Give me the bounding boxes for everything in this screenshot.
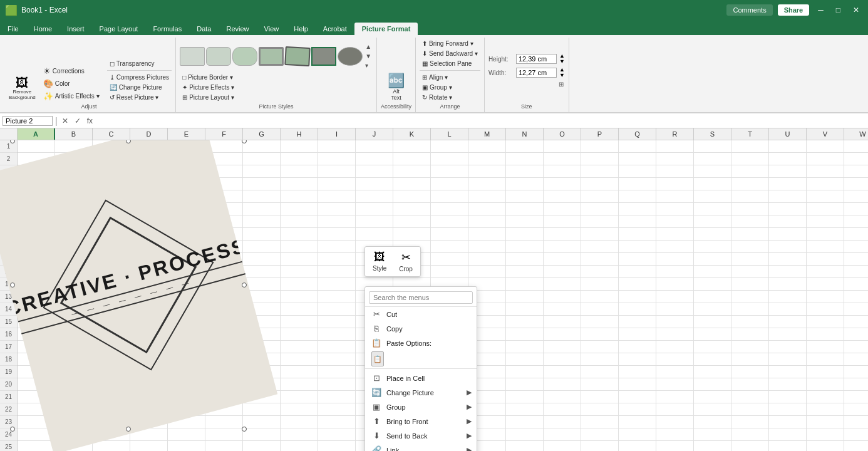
cell-H9[interactable]	[281, 241, 318, 253]
cell-R18[interactable]	[656, 353, 694, 366]
cell-J7[interactable]	[356, 215, 393, 228]
tab-file[interactable]: File	[0, 23, 26, 35]
cell-N8[interactable]	[506, 228, 544, 241]
cell-V23[interactable]	[807, 416, 844, 428]
cell-T6[interactable]	[731, 203, 769, 215]
cell-G9[interactable]	[243, 241, 281, 253]
cell-G1[interactable]	[243, 140, 281, 153]
cell-S24[interactable]	[694, 428, 731, 441]
cell-P3[interactable]	[581, 165, 619, 178]
cell-H14[interactable]	[281, 303, 318, 316]
cell-W9[interactable]	[844, 241, 868, 253]
cell-F25[interactable]	[205, 441, 243, 451]
cell-M8[interactable]	[468, 228, 506, 241]
cancel-formula-icon[interactable]: ✕	[60, 117, 70, 125]
cell-G4[interactable]	[243, 178, 281, 190]
cell-T23[interactable]	[731, 416, 769, 428]
context-group[interactable]: ▣ Group ▶	[365, 400, 477, 414]
cell-N25[interactable]	[506, 441, 544, 451]
cell-Q25[interactable]	[619, 441, 656, 451]
bring-forward-button[interactable]: ⬆ Bring Forward ▾	[420, 39, 480, 48]
group-button[interactable]: ▣ Group ▾	[420, 83, 480, 92]
picture-layout-button[interactable]: ⊞ Picture Layout ▾	[180, 93, 373, 102]
cell-O7[interactable]	[544, 215, 581, 228]
cell-K7[interactable]	[393, 215, 431, 228]
cell-E24[interactable]	[168, 428, 205, 441]
cell-P1[interactable]	[581, 140, 619, 153]
cell-N21[interactable]	[506, 391, 544, 403]
cell-S14[interactable]	[694, 303, 731, 316]
comments-button[interactable]: Comments	[726, 4, 772, 16]
cell-J3[interactable]	[356, 165, 393, 178]
compress-pictures-button[interactable]: ⤓ Compress Pictures	[107, 73, 172, 82]
corrections-button[interactable]: ☀ Corrections	[41, 65, 102, 77]
cell-N24[interactable]	[506, 428, 544, 441]
cell-O5[interactable]	[544, 190, 581, 203]
cell-Q5[interactable]	[619, 190, 656, 203]
cell-P21[interactable]	[581, 391, 619, 403]
cell-P17[interactable]	[581, 341, 619, 353]
reset-picture-button[interactable]: ↺ Reset Picture ▾	[107, 93, 172, 102]
cell-H10[interactable]	[281, 253, 318, 266]
tab-page-layout[interactable]: Page Layout	[92, 23, 146, 35]
cell-S6[interactable]	[694, 203, 731, 215]
context-link[interactable]: 🔗 Link ▶	[365, 443, 477, 451]
cell-L8[interactable]	[431, 228, 468, 241]
tab-insert[interactable]: Insert	[59, 23, 92, 35]
cell-Q11[interactable]	[619, 266, 656, 278]
cell-U11[interactable]	[769, 266, 807, 278]
cell-O15[interactable]	[544, 316, 581, 328]
cell-H11[interactable]	[281, 266, 318, 278]
cell-O25[interactable]	[544, 441, 581, 451]
cell-P11[interactable]	[581, 266, 619, 278]
cell-R7[interactable]	[656, 215, 694, 228]
cell-T19[interactable]	[731, 366, 769, 378]
cell-O13[interactable]	[544, 291, 581, 303]
cell-S17[interactable]	[694, 341, 731, 353]
cell-P15[interactable]	[581, 316, 619, 328]
cell-C25[interactable]	[93, 441, 130, 451]
cell-V21[interactable]	[807, 391, 844, 403]
cell-W8[interactable]	[844, 228, 868, 241]
cell-I6[interactable]	[318, 203, 356, 215]
cell-P7[interactable]	[581, 215, 619, 228]
cell-N2[interactable]	[506, 153, 544, 165]
cell-H19[interactable]	[281, 366, 318, 378]
cell-I5[interactable]	[318, 190, 356, 203]
cell-T12[interactable]	[731, 278, 769, 291]
cell-U2[interactable]	[769, 153, 807, 165]
tab-view[interactable]: View	[257, 23, 287, 35]
picture-style-5[interactable]	[284, 46, 311, 66]
cell-V7[interactable]	[807, 215, 844, 228]
color-button[interactable]: 🎨 Color	[41, 78, 102, 90]
cell-W7[interactable]	[844, 215, 868, 228]
cell-P23[interactable]	[581, 416, 619, 428]
cell-G3[interactable]	[243, 165, 281, 178]
context-bring-to-front[interactable]: ⬆ Bring to Front ▶	[365, 414, 477, 428]
cell-V19[interactable]	[807, 366, 844, 378]
cell-T13[interactable]	[731, 291, 769, 303]
cell-M3[interactable]	[468, 165, 506, 178]
cell-R6[interactable]	[656, 203, 694, 215]
cell-R23[interactable]	[656, 416, 694, 428]
picture-overlay[interactable]: ↻ CREATIVE · PROCESS — — — — — — — —	[13, 141, 244, 429]
cell-I3[interactable]	[318, 165, 356, 178]
cell-T9[interactable]	[731, 241, 769, 253]
cell-P18[interactable]	[581, 353, 619, 366]
cell-S10[interactable]	[694, 253, 731, 266]
cell-Q16[interactable]	[619, 328, 656, 341]
change-picture-ribbon-button[interactable]: 🔄 Change Picture	[107, 83, 172, 92]
cell-H21[interactable]	[281, 391, 318, 403]
cell-T10[interactable]	[731, 253, 769, 266]
cell-R15[interactable]	[656, 316, 694, 328]
alt-text-button[interactable]: 🔤 AltText	[385, 73, 407, 102]
tab-picture-format[interactable]: Picture Format	[354, 23, 418, 35]
cell-T3[interactable]	[731, 165, 769, 178]
cell-W5[interactable]	[844, 190, 868, 203]
cell-P20[interactable]	[581, 378, 619, 391]
cell-K5[interactable]	[393, 190, 431, 203]
cell-W1[interactable]	[844, 140, 868, 153]
cell-G2[interactable]	[243, 153, 281, 165]
cell-T18[interactable]	[731, 353, 769, 366]
cell-N14[interactable]	[506, 303, 544, 316]
